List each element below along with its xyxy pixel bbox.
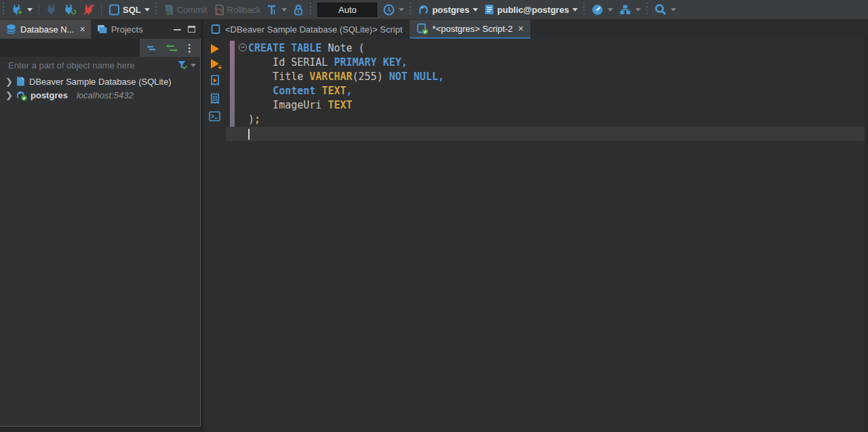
- chevron-down-icon[interactable]: [27, 8, 33, 12]
- code-line-1[interactable]: CREATE TABLE Note (: [226, 41, 868, 56]
- chevron-right-icon[interactable]: ❯: [5, 77, 12, 87]
- sql-editor-selector[interactable]: SQL: [105, 1, 153, 18]
- text-cursor: [248, 129, 250, 140]
- change-indicator-bar: [230, 41, 235, 127]
- tab-database-navigator[interactable]: Database N... ×: [0, 20, 91, 39]
- editor-scrollbar[interactable]: [865, 39, 868, 432]
- sql-script-icon: [210, 24, 221, 35]
- toolbar-grip[interactable]: [408, 3, 413, 16]
- play-icon: [211, 44, 219, 54]
- transaction-mode-icon: [266, 3, 278, 16]
- new-connection-button[interactable]: [7, 1, 35, 18]
- topology-button[interactable]: [616, 1, 644, 18]
- execute-in-new-tab-button[interactable]: +: [211, 59, 219, 68]
- navigator-toolbar: ⋮: [0, 39, 200, 57]
- object-filter-input[interactable]: [8, 60, 177, 71]
- search-button[interactable]: [651, 1, 679, 18]
- postgres-icon: [417, 3, 430, 16]
- gauge-icon: [591, 3, 604, 16]
- explain-plan-button[interactable]: [209, 92, 221, 105]
- sql-script-connected-icon: [416, 23, 429, 35]
- object-filter-row: [0, 57, 200, 73]
- rollback-label: Rollback: [227, 5, 261, 15]
- transaction-log-button[interactable]: [380, 1, 407, 18]
- code-line-2[interactable]: Id SERIAL PRIMARY KEY,: [226, 56, 868, 70]
- sql-editor-icon: [108, 3, 121, 16]
- commit-mode-combo[interactable]: Auto: [317, 3, 377, 17]
- tab-label: Projects: [111, 24, 143, 35]
- sql-code-editor[interactable]: − CREATE TABLE Note ( Id SERIAL PRIMARY …: [226, 39, 868, 432]
- commit-button[interactable]: Commit: [160, 1, 210, 18]
- plus-icon: +: [218, 64, 222, 71]
- toolbar-separator: [101, 3, 102, 16]
- schema-name: public@postgres: [497, 5, 569, 15]
- disconnect-button[interactable]: [80, 1, 98, 18]
- lock-icon: [292, 3, 304, 16]
- rollback-button[interactable]: Rollback: [210, 1, 264, 18]
- toolbar-grip[interactable]: [1, 3, 6, 16]
- chevron-down-icon[interactable]: [473, 8, 478, 12]
- link-with-editor-icon[interactable]: [164, 43, 178, 53]
- tab-projects[interactable]: Projects: [91, 20, 149, 39]
- plug-reconnect-icon: [63, 3, 77, 16]
- chevron-right-icon[interactable]: ❯: [5, 90, 12, 100]
- maximize-view-icon[interactable]: [188, 26, 195, 33]
- plug-new-icon: [10, 3, 24, 16]
- transaction-mode-button[interactable]: [263, 1, 290, 18]
- reconnect-button[interactable]: [60, 1, 80, 18]
- execute-script-button[interactable]: [209, 74, 221, 87]
- tree-item-postgres[interactable]: ❯ postgres localhost:5432: [0, 88, 200, 102]
- topology-icon: [618, 3, 632, 16]
- code-line-3[interactable]: Title VARCHAR(255) NOT NULL,: [226, 70, 868, 84]
- sidebar-footer: [0, 427, 201, 432]
- fold-collapse-icon[interactable]: −: [239, 43, 247, 52]
- code-line-4[interactable]: Content TEXT,: [226, 84, 868, 98]
- toolbar-separator: [39, 3, 39, 16]
- editor-tab-label: <DBeaver Sample Database (SQLite)> Scrip…: [225, 24, 403, 35]
- toolbar-grip[interactable]: [582, 3, 587, 16]
- tab-label: Database N...: [20, 24, 75, 35]
- rollback-icon: [213, 3, 225, 16]
- tree-item-label: postgres: [31, 90, 68, 100]
- database-icon: [5, 24, 17, 35]
- filter-funnel-icon[interactable]: [177, 60, 188, 71]
- chevron-down-icon[interactable]: [399, 8, 404, 12]
- connection-name: postgres: [432, 5, 469, 15]
- active-connection-selector[interactable]: postgres: [414, 1, 481, 18]
- dbeaver-window: SQL Commit Rollback: [0, 0, 868, 432]
- minimize-view-icon[interactable]: [174, 28, 181, 31]
- database-navigator-panel: Database N... × Projects: [0, 20, 201, 432]
- code-lines: CREATE TABLE Note ( Id SERIAL PRIMARY KE…: [226, 39, 868, 141]
- chevron-down-icon[interactable]: [608, 8, 613, 12]
- close-icon[interactable]: ×: [80, 24, 85, 35]
- plug-disconnect-icon: [83, 3, 95, 16]
- view-menu-icon[interactable]: ⋮: [184, 42, 195, 54]
- execute-statement-button[interactable]: [211, 44, 219, 54]
- editor-tab-sqlite-script[interactable]: <DBeaver Sample Database (SQLite)> Scrip…: [203, 20, 410, 39]
- toolbar-grip[interactable]: [154, 3, 159, 16]
- chevron-down-icon[interactable]: [635, 8, 641, 12]
- chevron-down-icon[interactable]: [191, 64, 196, 67]
- editor-tabbar: <DBeaver Sample Database (SQLite)> Scrip…: [203, 20, 868, 39]
- connect-button[interactable]: [43, 1, 60, 18]
- code-line-7[interactable]: [226, 127, 868, 141]
- active-schema-selector[interactable]: public@postgres: [481, 1, 580, 18]
- dashboard-button[interactable]: [588, 1, 616, 18]
- collapse-all-icon[interactable]: [145, 43, 157, 53]
- tree-item-sqlite[interactable]: ❯ DBeaver Sample Database (SQLite): [0, 75, 200, 88]
- chevron-down-icon[interactable]: [144, 8, 150, 12]
- sql-console-button[interactable]: [208, 111, 221, 122]
- toolbar-grip[interactable]: [645, 3, 650, 16]
- sqlite-db-icon: [16, 76, 26, 87]
- toolbar-grip[interactable]: [309, 3, 313, 16]
- chevron-down-icon[interactable]: [671, 8, 676, 12]
- chevron-down-icon[interactable]: [572, 8, 578, 12]
- editor-tab-postgres-script[interactable]: *<postgres> Script-2 ×: [410, 20, 531, 39]
- code-line-5[interactable]: ImageUri TEXT: [226, 98, 868, 113]
- chevron-down-icon[interactable]: [281, 8, 287, 12]
- close-icon[interactable]: ×: [518, 23, 524, 34]
- code-line-6[interactable]: );: [226, 113, 868, 127]
- lock-button[interactable]: [290, 1, 307, 18]
- tree-item-detail: localhost:5432: [77, 90, 134, 100]
- schema-doc-icon: [484, 3, 495, 16]
